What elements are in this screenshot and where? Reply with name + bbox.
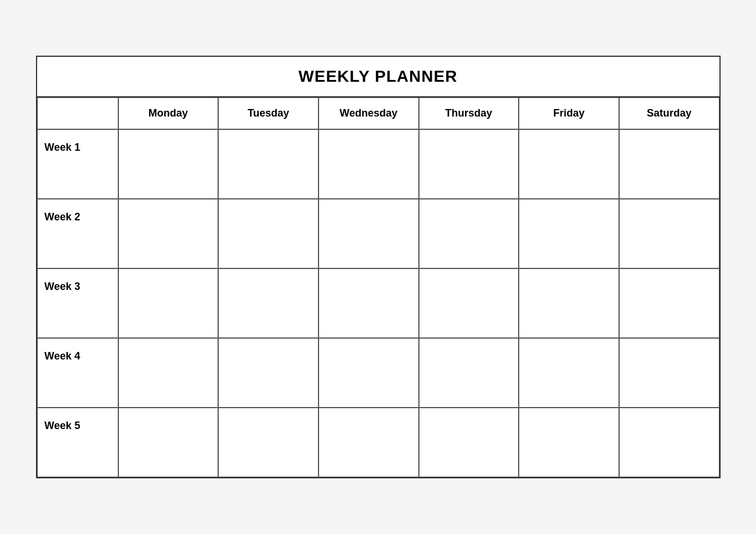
planner-container: WEEKLY PLANNER Monday Tuesday Wednesday … <box>36 56 721 478</box>
week-3-friday[interactable] <box>519 268 619 338</box>
week-1-tuesday[interactable] <box>218 129 319 199</box>
week-1-wednesday[interactable] <box>319 129 419 199</box>
header-monday: Monday <box>118 97 219 129</box>
header-friday: Friday <box>519 97 619 129</box>
week-1-thursday[interactable] <box>419 129 519 199</box>
week-2-tuesday[interactable] <box>218 199 319 268</box>
header-tuesday: Tuesday <box>218 97 319 129</box>
week-3-tuesday[interactable] <box>218 268 319 338</box>
planner-grid: Monday Tuesday Wednesday Thursday Friday… <box>37 97 719 477</box>
week-4-label: Week 4 <box>37 338 118 408</box>
week-4-monday[interactable] <box>118 338 219 408</box>
week-5-friday[interactable] <box>519 408 619 477</box>
week-3-saturday[interactable] <box>619 268 719 338</box>
week-5-monday[interactable] <box>118 408 219 477</box>
week-4-thursday[interactable] <box>419 338 519 408</box>
week-3-wednesday[interactable] <box>319 268 419 338</box>
week-4-saturday[interactable] <box>619 338 719 408</box>
week-2-saturday[interactable] <box>619 199 719 268</box>
week-5-wednesday[interactable] <box>319 408 419 477</box>
week-4-friday[interactable] <box>519 338 619 408</box>
week-1-saturday[interactable] <box>619 129 719 199</box>
corner-cell <box>37 97 118 129</box>
week-3-label: Week 3 <box>37 268 118 338</box>
week-3-thursday[interactable] <box>419 268 519 338</box>
planner-title: WEEKLY PLANNER <box>299 67 458 85</box>
header-thursday: Thursday <box>419 97 519 129</box>
week-1-label: Week 1 <box>37 129 118 199</box>
week-5-label: Week 5 <box>37 408 118 477</box>
week-2-label: Week 2 <box>37 199 118 268</box>
week-2-monday[interactable] <box>118 199 219 268</box>
week-2-friday[interactable] <box>519 199 619 268</box>
week-3-monday[interactable] <box>118 268 219 338</box>
week-5-thursday[interactable] <box>419 408 519 477</box>
week-5-tuesday[interactable] <box>218 408 319 477</box>
week-1-friday[interactable] <box>519 129 619 199</box>
header-saturday: Saturday <box>619 97 719 129</box>
week-2-thursday[interactable] <box>419 199 519 268</box>
week-4-wednesday[interactable] <box>319 338 419 408</box>
week-2-wednesday[interactable] <box>319 199 419 268</box>
week-4-tuesday[interactable] <box>218 338 319 408</box>
week-5-saturday[interactable] <box>619 408 719 477</box>
week-1-monday[interactable] <box>118 129 219 199</box>
header-wednesday: Wednesday <box>319 97 419 129</box>
planner-title-row: WEEKLY PLANNER <box>37 57 719 97</box>
